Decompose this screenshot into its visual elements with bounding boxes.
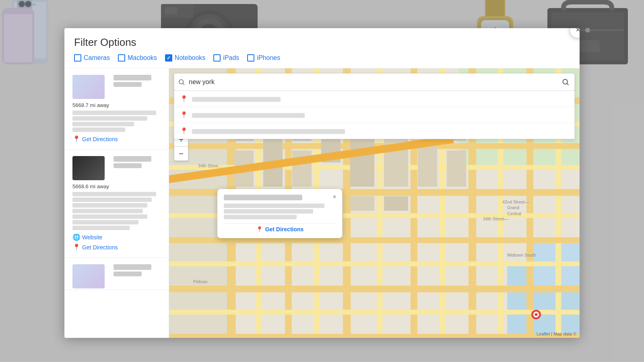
- store-list: 5668.7 mi away 📍 Get Directions: [64, 68, 169, 338]
- dropdown-text-1: [192, 96, 281, 102]
- filter-iphones[interactable]: iPhones: [247, 54, 280, 62]
- map-attribution: Leaflet | Map data ©: [537, 331, 576, 336]
- directions-label-2: Get Directions: [82, 244, 118, 251]
- store-1-thumb: [72, 75, 105, 99]
- directions-pin-icon-1: 📍: [72, 135, 80, 143]
- iphones-checkbox[interactable]: [247, 54, 254, 62]
- store-1-address: [72, 111, 161, 132]
- dropdown-pin-1: 📍: [180, 95, 188, 103]
- svg-rect-58: [169, 261, 580, 266]
- dropdown-text-2: [192, 112, 305, 118]
- svg-line-100: [567, 84, 569, 85]
- leaflet-link[interactable]: Leaflet: [537, 331, 550, 336]
- svg-text:Midtown South: Midtown South: [507, 253, 536, 257]
- svg-point-96: [535, 313, 537, 316]
- store-2-distance: 5668.6 mi away: [72, 183, 161, 189]
- map-search-submit-button[interactable]: [557, 73, 574, 91]
- website-label-2: Website: [82, 234, 102, 241]
- svg-text:34th Street—: 34th Street—: [483, 216, 509, 221]
- svg-rect-79: [384, 196, 408, 211]
- svg-line-98: [183, 83, 184, 84]
- dropdown-item-3[interactable]: 📍: [174, 123, 574, 139]
- svg-rect-82: [447, 150, 466, 187]
- directions-pin-icon-2: 📍: [72, 243, 80, 251]
- popup-address: [224, 204, 336, 219]
- svg-rect-61: [169, 334, 580, 338]
- dropdown-item-1[interactable]: 📍: [174, 91, 574, 107]
- store-3-thumb: [72, 264, 105, 288]
- filter-cameras[interactable]: Cameras: [74, 54, 110, 62]
- macbooks-label: Macbooks: [128, 54, 157, 62]
- map-area: 5th Avenue Midtown East 53rd Street 42nd…: [169, 68, 580, 338]
- svg-rect-76: [350, 196, 374, 211]
- store-1-directions-link[interactable]: 📍 Get Directions: [72, 135, 161, 143]
- popup-pin-icon: 📍: [256, 226, 263, 232]
- map-popup: × 📍 Get Directions: [217, 189, 342, 238]
- directions-label-1: Get Directions: [82, 136, 118, 142]
- map-search-input[interactable]: [189, 78, 557, 86]
- ipads-checkbox[interactable]: [213, 54, 221, 62]
- svg-point-97: [179, 80, 184, 84]
- ipads-label: iPads: [223, 54, 239, 62]
- store-2-directions-link[interactable]: 📍 Get Directions: [72, 243, 161, 251]
- search-dropdown: 📍 📍 📍: [174, 91, 575, 139]
- svg-text:Grand: Grand: [507, 205, 519, 210]
- store-item-3: [64, 258, 169, 290]
- store-1-price-blur: [114, 82, 142, 87]
- notebooks-checkbox[interactable]: [165, 54, 172, 62]
- svg-text:Central: Central: [507, 211, 521, 216]
- dropdown-item-2[interactable]: 📍: [174, 107, 574, 123]
- cameras-label: Cameras: [84, 54, 110, 62]
- filter-options-bar: Cameras Macbooks Notebooks iPads iPhones: [74, 54, 570, 62]
- svg-point-99: [563, 79, 568, 84]
- filter-ipads[interactable]: iPads: [213, 54, 239, 62]
- store-item-1: 5668.7 mi away 📍 Get Directions: [64, 68, 169, 150]
- filter-notebooks[interactable]: Notebooks: [165, 54, 206, 62]
- globe-icon-2: 🌐: [72, 233, 80, 241]
- svg-text:34th Stree...: 34th Stree...: [198, 163, 222, 168]
- svg-rect-59: [169, 286, 580, 292]
- store-3-name-blur: [114, 264, 151, 270]
- svg-text:Pelican: Pelican: [193, 279, 207, 284]
- dropdown-text-3: [192, 128, 345, 134]
- store-3-price-blur: [114, 272, 142, 276]
- modal-content: 5668.7 mi away 📍 Get Directions: [64, 68, 580, 338]
- store-2-price-blur: [114, 163, 142, 168]
- popup-close-button[interactable]: ×: [330, 192, 339, 201]
- store-2-website-link[interactable]: 🌐 Website: [72, 233, 161, 241]
- store-1-name-blur: [114, 75, 151, 80]
- iphones-label: iPhones: [257, 54, 280, 62]
- filter-macbooks[interactable]: Macbooks: [118, 54, 157, 62]
- svg-text:42nd Street—: 42nd Street—: [502, 200, 529, 204]
- filter-title: Filter Options: [74, 36, 570, 49]
- filter-modal: × Filter Options Cameras Macbooks Notebo…: [64, 28, 580, 338]
- notebooks-label: Notebooks: [175, 54, 206, 62]
- svg-rect-60: [169, 310, 580, 315]
- filter-header: Filter Options Cameras Macbooks Notebook…: [64, 28, 580, 68]
- popup-store-name: [224, 195, 302, 200]
- dropdown-pin-3: 📍: [180, 127, 188, 135]
- cameras-checkbox[interactable]: [74, 54, 81, 62]
- map-data-text: | Map data ©: [551, 331, 576, 336]
- store-2-address: [72, 192, 161, 230]
- svg-rect-57: [169, 237, 580, 243]
- popup-directions-link[interactable]: 📍 Get Directions: [224, 223, 336, 232]
- search-icon-map: [174, 73, 189, 91]
- dropdown-pin-2: 📍: [180, 111, 188, 119]
- map-search-bar: [174, 73, 575, 91]
- popup-directions-label: Get Directions: [265, 226, 304, 232]
- store-2-name-blur: [114, 156, 151, 162]
- store-2-thumb: [72, 156, 105, 180]
- macbooks-checkbox[interactable]: [118, 54, 125, 62]
- store-item-2: 5668.6 mi away 🌐 Website 📍 Get Direc: [64, 150, 169, 258]
- store-1-distance: 5668.7 mi away: [72, 102, 161, 108]
- zoom-out-button[interactable]: −: [174, 147, 188, 160]
